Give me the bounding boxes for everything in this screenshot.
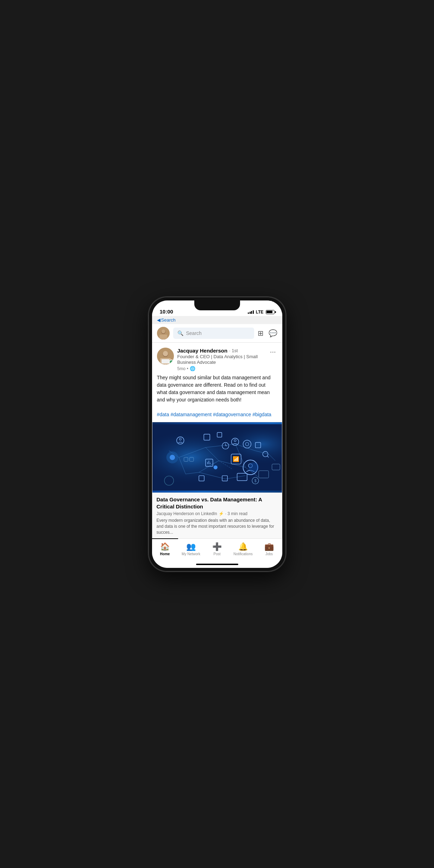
main-content: Jacquay Henderson · 1st Founder & CEO | … xyxy=(152,343,282,538)
battery-fill xyxy=(266,311,272,313)
author-name-row: Jacquay Henderson · 1st xyxy=(177,348,269,354)
post-card: Jacquay Henderson · 1st Founder & CEO | … xyxy=(152,343,282,538)
back-label: Search xyxy=(161,317,176,323)
lightning-icon: ⚡ xyxy=(219,511,224,516)
nav-home[interactable]: 🏠 Home xyxy=(152,539,178,561)
article-source: Jacquay Henderson on LinkedIn ⚡ · 3 min … xyxy=(157,511,278,516)
lte-label: LTE xyxy=(256,310,264,315)
post-author-info: Jacquay Henderson · 1st Founder & CEO | … xyxy=(177,348,269,372)
jobs-icon: 💼 xyxy=(264,542,274,551)
article-excerpt: Every modern organization deals with an … xyxy=(157,518,278,535)
post-time: 5mo xyxy=(177,366,185,371)
signal-bar-2 xyxy=(250,312,251,314)
post-body-text: They might sound similar but data manage… xyxy=(157,375,271,403)
nav-post-label: Post xyxy=(213,552,220,556)
svg-point-49 xyxy=(213,465,217,469)
nav-jobs[interactable]: 💼 Jobs xyxy=(256,539,282,561)
author-degree: · 1st xyxy=(229,348,238,353)
status-time: 10:00 xyxy=(160,309,173,315)
home-bar xyxy=(196,564,238,565)
post-text: They might sound similar but data manage… xyxy=(152,374,282,422)
article-title: Data Governance vs. Data Management: A C… xyxy=(157,496,278,510)
author-title: Founder & CEO | Data Analytics | Small B… xyxy=(177,354,269,366)
signal-bars xyxy=(248,310,254,314)
network-icon: 👥 xyxy=(186,542,196,551)
user-avatar[interactable] xyxy=(157,327,170,340)
svg-point-48 xyxy=(249,462,258,472)
header-icons: ⊞ 💬 xyxy=(258,329,277,337)
bottom-nav: 🏠 Home 👥 My Network ➕ Post 🔔 Notificatio… xyxy=(152,538,282,561)
search-icon: 🔍 xyxy=(177,330,183,336)
nav-home-label: Home xyxy=(160,552,170,556)
notch xyxy=(194,300,240,310)
network-diagram-svg: 📶 xyxy=(152,422,282,493)
battery-icon xyxy=(266,310,275,314)
article-read-time: · 3 min read xyxy=(225,511,247,516)
post-meta: 5mo • 🌐 xyxy=(177,366,269,371)
post-icon: ➕ xyxy=(212,542,222,551)
home-icon: 🏠 xyxy=(160,542,170,551)
avatar-svg xyxy=(157,327,170,340)
signal-bar-1 xyxy=(248,312,249,314)
svg-point-4 xyxy=(161,329,165,333)
post-hashtags[interactable]: #data #datamanagement #datagovernance #b… xyxy=(157,412,271,417)
nav-post[interactable]: ➕ Post xyxy=(204,539,230,561)
more-options-button[interactable]: ··· xyxy=(269,348,277,356)
qr-code-button[interactable]: ⊞ xyxy=(258,329,264,337)
home-indicator xyxy=(152,561,282,568)
svg-rect-3 xyxy=(159,335,167,340)
search-bar[interactable]: 🔍 Search xyxy=(173,328,254,339)
notifications-icon: 🔔 xyxy=(238,542,248,551)
svg-rect-10 xyxy=(162,359,169,363)
post-header: Jacquay Henderson · 1st Founder & CEO | … xyxy=(152,343,282,374)
nav-network[interactable]: 👥 My Network xyxy=(178,539,204,561)
nav-jobs-label: Jobs xyxy=(265,552,273,556)
nav-notifications[interactable]: 🔔 Notifications xyxy=(230,539,256,561)
search-back-bar[interactable]: ◀ Search xyxy=(152,316,282,324)
svg-point-47 xyxy=(170,455,175,460)
svg-text:$: $ xyxy=(254,479,256,483)
nav-network-label: My Network xyxy=(182,552,200,556)
nav-notifications-label: Notifications xyxy=(233,552,252,556)
active-indicator xyxy=(152,538,178,539)
online-badge xyxy=(169,360,174,365)
linkedin-header: 🔍 Search ⊞ 💬 xyxy=(152,324,282,343)
search-placeholder: Search xyxy=(186,330,202,336)
post-author-row: Jacquay Henderson · 1st Founder & CEO | … xyxy=(157,348,269,372)
phone-frame: 10:00 LTE ◀ Search xyxy=(149,297,286,571)
article-image: 📶 xyxy=(152,422,282,493)
article-card[interactable]: 📶 xyxy=(152,422,282,538)
meta-dot: • xyxy=(187,366,188,371)
svg-point-9 xyxy=(163,351,168,356)
messaging-button[interactable]: 💬 xyxy=(269,329,277,337)
article-text: Data Governance vs. Data Management: A C… xyxy=(152,493,282,538)
post-author-avatar[interactable] xyxy=(157,348,174,365)
back-chevron: ◀ xyxy=(157,317,161,323)
status-right: LTE xyxy=(248,310,274,315)
phone-screen: 10:00 LTE ◀ Search xyxy=(152,300,282,568)
globe-icon: 🌐 xyxy=(190,366,195,371)
article-source-name: Jacquay Henderson on LinkedIn xyxy=(157,511,217,516)
signal-bar-4 xyxy=(253,310,254,314)
signal-bar-3 xyxy=(251,311,252,314)
svg-text:📶: 📶 xyxy=(233,456,239,463)
back-button[interactable]: ◀ Search xyxy=(157,317,176,323)
author-name[interactable]: Jacquay Henderson xyxy=(177,348,228,354)
